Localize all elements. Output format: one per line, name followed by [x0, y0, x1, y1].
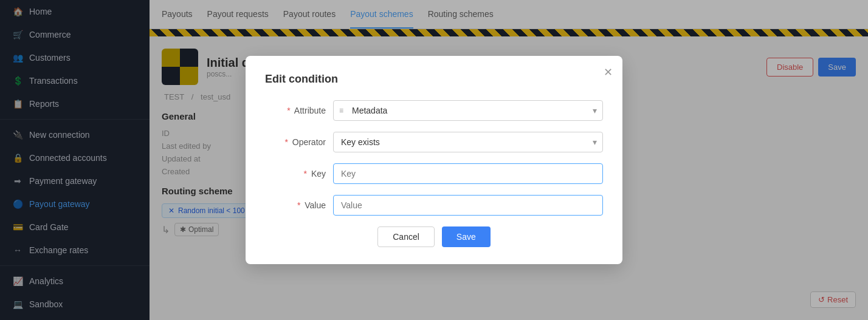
operator-select[interactable]: Key exists: [333, 132, 603, 152]
value-required: *: [297, 200, 300, 210]
key-input[interactable]: [333, 163, 603, 184]
modal-title: Edit condition: [265, 73, 603, 86]
attribute-select-wrapper: ≡ Metadata: [333, 100, 603, 121]
modal-save-button[interactable]: Save: [442, 226, 491, 247]
modal-close-button[interactable]: ✕: [604, 66, 613, 79]
operator-row: * Operator Key exists: [265, 132, 603, 152]
key-label: * Key: [265, 169, 326, 179]
operator-label: * Operator: [265, 137, 326, 147]
operator-select-wrapper: Key exists: [333, 132, 603, 152]
value-input[interactable]: [333, 195, 603, 216]
modal-footer: Cancel Save: [265, 226, 603, 247]
key-required: *: [304, 169, 307, 179]
operator-required: *: [284, 137, 288, 147]
operator-control: Key exists: [333, 132, 603, 152]
key-row: * Key: [265, 163, 603, 184]
attribute-row: * Attribute ≡ Metadata: [265, 100, 603, 121]
modal-overlay: Edit condition ✕ * Attribute ≡ Metadata …: [0, 0, 868, 320]
key-control: [333, 163, 603, 184]
edit-condition-modal: Edit condition ✕ * Attribute ≡ Metadata …: [246, 56, 622, 264]
value-label: * Value: [265, 200, 326, 210]
attribute-icon: ≡: [339, 106, 343, 115]
cancel-button[interactable]: Cancel: [377, 226, 435, 247]
attribute-select[interactable]: Metadata: [333, 100, 603, 121]
value-row: * Value: [265, 195, 603, 216]
attribute-label: * Attribute: [265, 106, 326, 115]
attribute-required: *: [287, 106, 290, 115]
value-control: [333, 195, 603, 216]
attribute-control: ≡ Metadata: [333, 100, 603, 121]
